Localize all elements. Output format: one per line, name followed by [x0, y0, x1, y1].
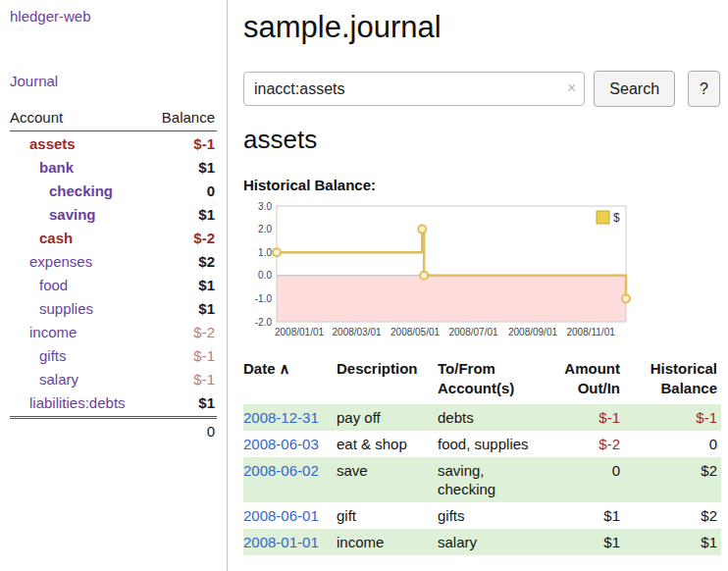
transaction-row: 2008-12-31pay offdebts$-1$-1	[243, 404, 721, 431]
historical-balance-chart: 3.02.01.00.0-1.0-2.02008/01/012008/03/01…	[243, 198, 636, 347]
svg-text:2008/01/01: 2008/01/01	[275, 327, 324, 337]
transaction-description: eat & shop	[337, 435, 438, 453]
account-row: supplies$1	[10, 296, 217, 320]
transaction-amount: $-2	[536, 435, 624, 453]
description-column-header: Description	[337, 359, 438, 398]
search-input[interactable]	[243, 72, 585, 106]
transaction-description: pay off	[337, 408, 438, 427]
amount-header-line2: Out/In	[536, 379, 620, 398]
register-body: 2008-12-31pay offdebts$-1$-12008-06-03ea…	[243, 404, 721, 555]
account-link[interactable]: liabilities:debts	[10, 394, 126, 411]
account-link[interactable]: supplies	[10, 300, 93, 317]
account-tree: assets$-1bank$1checking0saving$1cash$-2e…	[10, 131, 217, 414]
account-balance: $-2	[193, 324, 217, 340]
account-link[interactable]: expenses	[10, 253, 92, 270]
transaction-description: save	[337, 461, 438, 498]
account-row: expenses$2	[10, 249, 217, 273]
account-link[interactable]: saving	[10, 206, 96, 223]
date-column-header[interactable]: Date∧	[243, 359, 337, 398]
transaction-description: gift	[337, 506, 438, 525]
transaction-amount: 0	[536, 461, 624, 498]
transaction-balance: $-1	[624, 408, 721, 427]
transaction-balance: $2	[624, 506, 721, 525]
sidebar: hledger-web Journal Account Balance asse…	[0, 0, 228, 571]
transaction-date-cell: 2008-06-03	[243, 435, 337, 453]
account-balance: $1	[198, 300, 217, 317]
account-balance: $-1	[193, 347, 217, 364]
account-row: gifts$-1	[10, 343, 217, 367]
transaction-date-cell: 2008-06-02	[243, 461, 337, 498]
svg-text:2008/05/01: 2008/05/01	[390, 327, 440, 337]
search-button[interactable]: Search	[594, 71, 675, 107]
account-balance: $-1	[193, 135, 217, 152]
transaction-date-link[interactable]: 2008-06-03	[243, 436, 319, 452]
svg-text:-1.0: -1.0	[255, 293, 273, 304]
account-row: saving$1	[10, 202, 217, 226]
hist-header-line2: Balance	[624, 379, 717, 398]
svg-text:2008/03/01: 2008/03/01	[333, 327, 382, 337]
transaction-date-link[interactable]: 2008-12-31	[243, 409, 319, 426]
svg-text:$: $	[613, 211, 620, 225]
account-balance: 0	[207, 182, 217, 199]
account-column-header: Account	[10, 109, 63, 126]
balance-column-header: Balance	[162, 109, 215, 126]
tofrom-column-header: To/From Account(s)	[438, 359, 536, 398]
account-link[interactable]: checking	[10, 182, 113, 199]
account-link[interactable]: gifts	[10, 347, 67, 364]
transaction-date-cell: 2008-12-31	[243, 408, 337, 427]
tofrom-header-line2: Account(s)	[438, 379, 532, 398]
transaction-accounts: debts	[438, 408, 536, 427]
transaction-date-cell: 2008-06-01	[243, 506, 337, 525]
transaction-row: 2008-01-01incomesalary$1$1	[243, 529, 721, 555]
transaction-accounts: salary	[438, 533, 536, 551]
register-header: Date∧ Description To/From Account(s) Amo…	[243, 359, 721, 404]
clear-search-icon[interactable]: ×	[567, 79, 576, 97]
account-balance: $1	[198, 206, 217, 223]
transaction-date-link[interactable]: 2008-06-02	[243, 462, 319, 479]
register-table: Date∧ Description To/From Account(s) Amo…	[243, 359, 721, 555]
balance-column-header-main: Historical Balance	[624, 359, 721, 398]
transaction-date-cell: 2008-01-01	[243, 533, 337, 551]
search-box: ×	[243, 72, 585, 106]
account-balance: $2	[198, 253, 217, 270]
account-link[interactable]: cash	[10, 230, 73, 246]
transaction-balance: $2	[624, 461, 721, 498]
account-link[interactable]: salary	[10, 371, 78, 388]
account-link[interactable]: bank	[10, 159, 74, 176]
help-button[interactable]: ?	[688, 71, 720, 107]
account-row: cash$-2	[10, 226, 217, 249]
transaction-accounts: saving, checking	[438, 461, 536, 498]
transaction-date-link[interactable]: 2008-01-01	[243, 534, 319, 550]
transaction-accounts: food, supplies	[438, 435, 536, 453]
account-row: checking0	[10, 179, 217, 202]
transaction-row: 2008-06-01giftgifts$1$2	[243, 502, 721, 529]
account-heading: assets	[243, 125, 720, 155]
hist-header-line1: Historical	[624, 359, 717, 379]
search-form: × Search ?	[243, 71, 720, 107]
account-row: food$1	[10, 273, 217, 296]
sidebar-item-journal[interactable]: Journal	[10, 73, 217, 89]
account-row: income$-2	[10, 320, 217, 343]
transaction-date-link[interactable]: 2008-06-01	[243, 507, 319, 524]
account-link[interactable]: income	[10, 324, 77, 340]
transaction-amount: $-1	[536, 408, 624, 427]
page-title: sample.journal	[243, 10, 720, 45]
account-link[interactable]: assets	[10, 135, 76, 152]
account-row: liabilities:debts$1	[10, 390, 217, 414]
account-balance: $-2	[193, 230, 217, 246]
account-balance: $-1	[193, 371, 217, 388]
svg-text:2008/11/01: 2008/11/01	[566, 327, 615, 337]
account-balance-table: Account Balance assets$-1bank$1checking0…	[10, 109, 217, 440]
svg-text:2008/07/01: 2008/07/01	[449, 327, 498, 337]
account-row: bank$1	[10, 155, 217, 179]
transaction-row: 2008-06-02savesaving, checking0$2	[243, 457, 721, 502]
svg-text:1.0: 1.0	[258, 247, 272, 258]
account-total: 0	[10, 416, 217, 440]
account-balance: $1	[198, 394, 217, 411]
svg-text:3.0: 3.0	[258, 201, 272, 212]
account-link[interactable]: food	[10, 277, 68, 293]
sort-ascending-icon: ∧	[280, 360, 290, 377]
transaction-description: income	[337, 533, 438, 551]
brand-link[interactable]: hledger-web	[10, 8, 91, 25]
transaction-amount: $1	[536, 506, 624, 525]
